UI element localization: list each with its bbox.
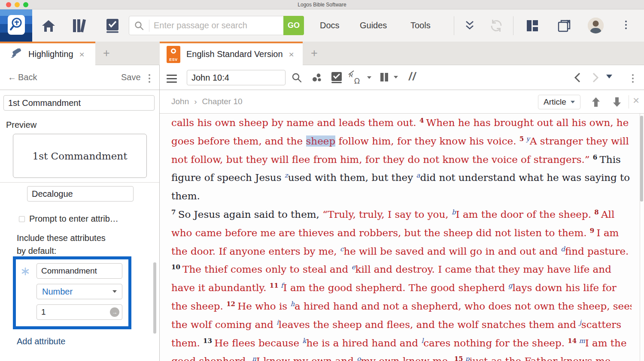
- arrow-right-icon: →: [112, 309, 118, 316]
- close-locator-icon[interactable]: ×: [633, 94, 639, 107]
- sync-button[interactable]: [487, 17, 506, 34]
- menu-docs[interactable]: Docs: [320, 9, 340, 42]
- logos-magnifier-icon: [8, 15, 25, 35]
- panel-menu-button[interactable]: [149, 74, 150, 83]
- library-button[interactable]: [70, 17, 90, 34]
- history-back-button[interactable]: [571, 72, 584, 84]
- bible-line: figure of speech Jesus zused with them, …: [171, 168, 632, 187]
- layout-panels-icon: [526, 19, 539, 32]
- add-attribute-link[interactable]: Add attribute: [17, 337, 65, 346]
- required-asterisk-icon: [21, 268, 29, 275]
- tab-esv[interactable]: ESV English Standard Version ×: [160, 42, 303, 65]
- sync-icon: [489, 18, 504, 33]
- parallel-slashes-icon: //: [409, 70, 416, 82]
- apply-value-button[interactable]: →: [110, 307, 119, 317]
- menu-tools[interactable]: Tools: [410, 9, 431, 42]
- tab-label: Highlighting: [28, 49, 73, 59]
- toolbar-divider: [513, 16, 513, 35]
- breadcrumb: John › Chapter 10: [171, 97, 243, 106]
- panel-scrollbar-thumb[interactable]: [153, 262, 156, 334]
- bible-line: have it abundantly. 11 fI am the good sh…: [171, 279, 632, 297]
- bible-line: 7 So Jesus again said to them, “Truly, t…: [171, 205, 632, 224]
- new-tab-button[interactable]: +: [103, 42, 110, 65]
- original-languages-button[interactable]: א Ω: [348, 70, 371, 85]
- book-check-icon: [331, 71, 343, 84]
- bible-line: good shepherd. nI know my own and omy ow…: [171, 352, 632, 361]
- columns-icon: [380, 72, 389, 82]
- reader-scrollbar-thumb[interactable]: [640, 116, 643, 202]
- bible-text: calls his own sheep by name and leads th…: [171, 114, 632, 361]
- new-tab-button[interactable]: +: [311, 42, 318, 65]
- panel-divider[interactable]: [159, 65, 160, 361]
- home-button[interactable]: [40, 17, 57, 34]
- go-button[interactable]: GO: [283, 16, 304, 35]
- chevron-down-icon: [394, 76, 398, 78]
- article-dropdown[interactable]: Article: [538, 95, 580, 109]
- visual-filter-dots-icon: [311, 72, 322, 83]
- bible-line: the door. If anyone enters by me, che wi…: [171, 242, 632, 261]
- next-article-button[interactable]: [611, 96, 623, 108]
- reference-input[interactable]: [187, 70, 286, 85]
- chevron-down-icon: [606, 75, 612, 78]
- window-title: Logos Bible Software: [0, 2, 644, 8]
- layouts-button[interactable]: [523, 17, 542, 34]
- attribute-type-dropdown[interactable]: Number: [36, 284, 122, 299]
- chevron-down-icon: [571, 101, 575, 103]
- tab-label: English Standard Version: [186, 49, 283, 59]
- palette-name-input[interactable]: [27, 186, 134, 202]
- preview-label: Preview: [6, 120, 36, 130]
- attribute-name-input[interactable]: [36, 263, 122, 279]
- selected-word[interactable]: sheep: [306, 135, 336, 147]
- highlighting-panel-body: Preview 1st Commandment Prompt to enter …: [0, 90, 159, 361]
- app-logo[interactable]: [0, 9, 32, 42]
- include-attributes-label: Include these attributes by default:: [17, 232, 106, 257]
- toolbar-divider: [454, 16, 454, 35]
- library-icon: [71, 18, 88, 33]
- close-tab-icon[interactable]: ×: [289, 50, 294, 59]
- back-button[interactable]: ← Back: [8, 72, 37, 82]
- notes-button[interactable]: [104, 17, 121, 34]
- inline-search-button[interactable]: [289, 71, 304, 84]
- back-arrow-icon: ←: [8, 72, 16, 82]
- breadcrumb-chapter[interactable]: Chapter 10: [202, 97, 243, 106]
- visual-filters-button[interactable]: [309, 71, 325, 84]
- style-preview-text: 1st Commandment: [33, 150, 128, 162]
- bible-line: them.: [171, 187, 632, 205]
- bible-line: goes before them, and the sheep follow h…: [171, 132, 632, 150]
- reader-panel-header: א Ω //: [160, 65, 644, 90]
- hamburger-icon: [167, 75, 177, 76]
- save-button[interactable]: Save: [121, 72, 141, 82]
- close-all-panels-button[interactable]: [555, 17, 574, 34]
- locator-divider: [629, 95, 629, 108]
- highlighter-icon: [9, 48, 23, 60]
- toolbar-menu-button[interactable]: [625, 21, 627, 29]
- global-search-input[interactable]: [149, 21, 283, 30]
- menu-guides[interactable]: Guides: [360, 9, 387, 42]
- style-name-input[interactable]: [3, 95, 155, 111]
- esv-resource-icon: ESV: [167, 46, 180, 63]
- avatar-photo: [588, 18, 604, 33]
- columns-button[interactable]: [380, 72, 398, 82]
- panel-hamburger-menu[interactable]: [167, 75, 177, 83]
- reading-plan-button[interactable]: [329, 71, 344, 84]
- prompt-attributes-checkbox[interactable]: [19, 216, 25, 222]
- close-tab-icon[interactable]: ×: [79, 50, 85, 59]
- tab-highlighting[interactable]: Highlighting ×: [0, 42, 95, 65]
- arrow-up-icon: [592, 97, 600, 107]
- chevron-left-icon: [574, 72, 581, 83]
- tab-strip: Highlighting × + ESV English Standard Ve…: [0, 42, 644, 65]
- window-titlebar: Logos Bible Software: [0, 0, 644, 9]
- user-avatar[interactable]: [588, 18, 604, 33]
- close-panels-icon: [557, 18, 571, 33]
- history-dropdown-button[interactable]: [606, 75, 612, 78]
- bible-reader-pane[interactable]: calls his own sheep by name and leads th…: [160, 114, 644, 361]
- previous-article-button[interactable]: [590, 96, 602, 108]
- reader-menu-button[interactable]: [632, 74, 634, 83]
- attribute-value-input[interactable]: [36, 304, 122, 320]
- parallel-passages-button[interactable]: //: [409, 70, 416, 83]
- breadcrumb-book[interactable]: John: [171, 97, 189, 106]
- chevron-right-icon: [592, 72, 599, 83]
- expand-all-button[interactable]: [460, 18, 479, 33]
- reader-locator-bar: John › Chapter 10 Article ×: [160, 90, 644, 114]
- history-forward-button[interactable]: [589, 72, 602, 84]
